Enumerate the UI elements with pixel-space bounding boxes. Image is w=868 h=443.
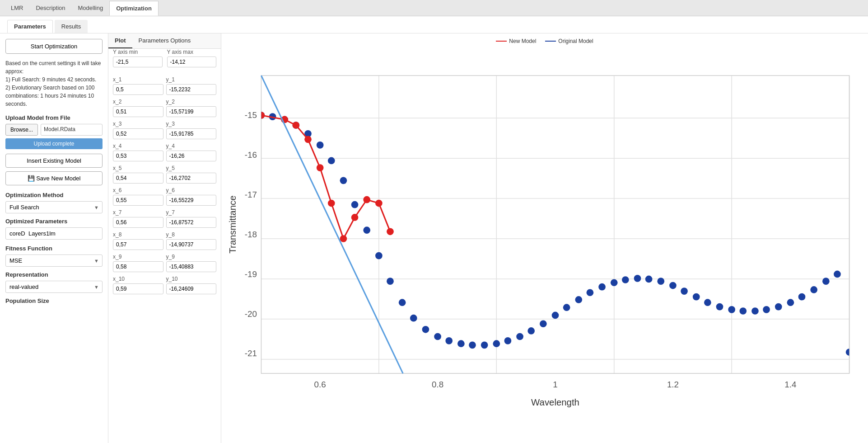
sub-tabs-bar: Parameters Results [0,16,868,33]
y-label-10: y_10 [166,276,217,282]
y-input-1[interactable] [166,84,217,95]
middle-panel: Plot Parameters Options Y axis min Y axi… [108,33,221,443]
representation-dropdown[interactable]: real-valued binary ▼ [5,281,103,293]
representation-select[interactable]: real-valued binary [5,281,103,293]
y-label-7: y_7 [166,209,217,216]
svg-text:1: 1 [553,380,557,389]
main-layout: Start Optimization Based on the current … [0,33,868,443]
top-navigation: LMR Description Modelling Optimization [0,0,868,16]
optimization-method-select[interactable]: Full Search Evolutionary Search [5,201,103,213]
svg-point-40 [399,299,406,306]
y-axis-min-input[interactable] [113,57,163,67]
y-input-2[interactable] [166,106,217,117]
svg-text:-18: -18 [245,230,257,239]
svg-point-87 [363,196,370,203]
svg-point-53 [552,312,559,319]
insert-existing-model-button[interactable]: Insert Existing Model [5,154,103,168]
y-input-8[interactable] [166,239,217,250]
upload-status: Upload complete [5,138,103,149]
optimization-method-dropdown[interactable]: Full Search Evolutionary Search ▼ [5,201,103,213]
svg-text:Wavelength: Wavelength [531,397,579,407]
svg-point-44 [445,337,453,344]
y-input-4[interactable] [166,151,217,161]
y-input-3[interactable] [166,128,217,139]
y-label-1: y_1 [166,76,217,83]
save-new-model-button[interactable]: 💾 Save New Model [5,171,103,185]
tab-parameters[interactable]: Parameters [7,20,53,33]
svg-text:1.2: 1.2 [667,380,679,389]
x-label-9: x_9 [113,254,163,260]
optimized-params-input[interactable] [5,227,103,240]
x-col-6: x_6 [113,187,163,206]
x-label-7: x_7 [113,209,163,216]
fitness-function-select[interactable]: MSE RMSE MAE [5,254,103,267]
data-row-3: x_3 y_3 [113,121,216,139]
nav-description[interactable]: Description [29,1,71,15]
y-col-5: y_5 [166,165,217,184]
svg-point-67 [716,303,723,311]
x-input-4[interactable] [113,151,163,161]
y-input-9[interactable] [166,261,217,272]
svg-point-85 [340,235,347,242]
x-input-10[interactable] [113,283,163,294]
nav-lmr[interactable]: LMR [5,1,29,15]
nav-optimization[interactable]: Optimization [109,1,159,16]
svg-point-56 [587,289,594,296]
svg-point-84 [328,200,335,207]
y-axis-max-input[interactable] [167,57,217,67]
y-label-4: y_4 [166,143,217,149]
svg-text:-19: -19 [245,269,257,279]
x-input-5[interactable] [113,173,163,184]
x-label-2: x_2 [113,99,163,105]
optimized-params-label: Optimized Parameters [5,218,103,225]
svg-point-60 [634,275,641,282]
svg-text:-21: -21 [245,349,257,358]
fitness-function-label: Fitness Function [5,245,103,252]
svg-point-35 [340,177,347,184]
browse-button[interactable]: Browse... [5,124,38,136]
nav-modelling[interactable]: Modelling [71,1,109,15]
svg-point-47 [481,341,488,349]
new-model-legend-label: New Model [509,38,536,44]
tab-parameters-options[interactable]: Parameters Options [132,33,197,48]
svg-point-83 [317,164,324,171]
x-input-8[interactable] [113,239,163,250]
start-optimization-button[interactable]: Start Optimization [5,39,103,54]
svg-point-74 [798,293,806,301]
y-input-5[interactable] [166,173,217,184]
x-input-6[interactable] [113,195,163,206]
x-label-4: x_4 [113,143,163,149]
plot-tabs: Plot Parameters Options [108,33,221,49]
svg-text:0.8: 0.8 [432,380,443,389]
x-col-2: x_2 [113,99,163,117]
y-input-7[interactable] [166,217,217,228]
x-input-7[interactable] [113,217,163,228]
svg-point-75 [810,286,817,293]
data-grid: x_1 y_1 x_2 y_2 x_3 y_3 [108,72,221,302]
y-label-6: y_6 [166,187,217,193]
x-input-2[interactable] [113,106,163,117]
right-panel: New Model Original Model [221,33,868,443]
data-row-6: x_6 y_6 [113,187,216,206]
svg-point-55 [575,296,582,303]
y-label-3: y_3 [166,121,217,127]
y-col-2: y_2 [166,99,217,117]
tab-plot[interactable]: Plot [108,33,132,48]
x-label-1: x_1 [113,76,163,83]
x-input-1[interactable] [113,84,163,95]
tab-results[interactable]: Results [55,20,88,33]
file-name-display: Model.RData [41,124,103,136]
svg-point-57 [598,283,606,291]
x-input-3[interactable] [113,128,163,139]
y-input-10[interactable] [166,283,217,294]
data-row-9: x_9 y_9 [113,254,216,272]
y-axis-min-col: Y axis min [113,49,163,67]
y-input-6[interactable] [166,195,217,206]
fitness-function-dropdown[interactable]: MSE RMSE MAE ▼ [5,254,103,267]
x-col-9: x_9 [113,254,163,272]
svg-text:-20: -20 [245,309,257,319]
svg-point-76 [822,278,830,285]
x-input-9[interactable] [113,261,163,272]
data-row-5: x_5 y_5 [113,165,216,184]
svg-point-50 [516,333,523,340]
